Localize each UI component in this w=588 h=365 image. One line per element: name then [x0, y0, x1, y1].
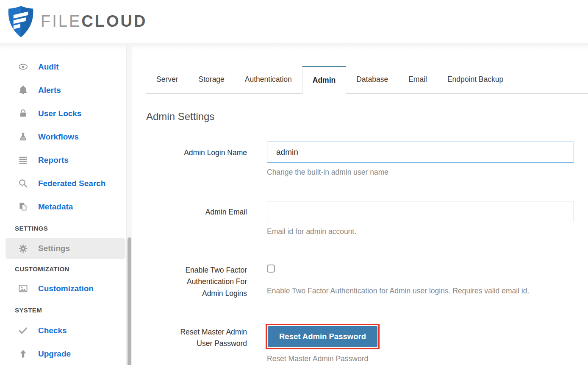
sidebar-item-user-locks[interactable]: User Locks — [0, 102, 136, 125]
sidebar-item-label: Upgrade — [38, 349, 71, 359]
admin-email-help: Email id for admin account. — [267, 226, 574, 237]
brand-file: FILE — [41, 12, 81, 30]
sidebar-item-audit[interactable]: Audit — [0, 55, 136, 78]
admin-login-label: Admin Login Name — [146, 142, 247, 178]
lock-icon — [18, 109, 28, 119]
sidebar-item-workflows[interactable]: Workflows — [0, 125, 136, 148]
sidebar-item-label: Federated Search — [38, 179, 105, 188]
sidebar-item-label: Audit — [38, 62, 59, 72]
tab-admin[interactable]: Admin — [302, 66, 346, 94]
sidebar-item-label: Checks — [38, 326, 67, 335]
gear-icon — [18, 243, 28, 254]
tab-endpoint-backup[interactable]: Endpoint Backup — [437, 66, 513, 93]
check-icon — [18, 326, 28, 336]
sidebar-scrollbar-track[interactable] — [126, 44, 132, 365]
admin-email-label: Admin Email — [146, 201, 247, 237]
image-icon — [18, 284, 28, 294]
main-content: Server Storage Authentication Admin Data… — [136, 50, 588, 365]
sidebar-item-label: Metadata — [38, 202, 73, 212]
header-shadow — [0, 43, 588, 50]
reset-password-help: Reset Master Admin Password — [267, 353, 574, 365]
two-factor-label: Enable Two Factor Authentication For Adm… — [146, 260, 247, 299]
settings-tabstrip: Server Storage Authentication Admin Data… — [146, 66, 588, 94]
sidebar: Audit Alerts User Locks Workflows Report — [0, 50, 136, 365]
sidebar-item-label: Alerts — [38, 86, 61, 95]
sidebar-item-metadata[interactable]: Metadata — [0, 195, 136, 218]
two-factor-help: Enable Two Factor Authentication for Adm… — [267, 285, 574, 297]
filecloud-logo-icon — [7, 5, 35, 39]
sidebar-item-label: User Locks — [38, 109, 81, 118]
eye-icon — [18, 62, 28, 72]
sidebar-item-label: Settings — [38, 244, 70, 253]
admin-email-input[interactable] — [267, 201, 574, 222]
sidebar-item-checks[interactable]: Checks — [0, 319, 136, 342]
admin-settings-form: Admin Login Name Change the built-in adm… — [146, 142, 574, 365]
sidebar-section-system: SYSTEM — [15, 305, 136, 315]
tab-database[interactable]: Database — [346, 66, 398, 93]
admin-login-help: Change the built-in admin user name — [267, 167, 574, 178]
search-icon — [18, 178, 28, 189]
tab-email[interactable]: Email — [398, 66, 437, 93]
sidebar-item-upgrade[interactable]: Upgrade — [0, 342, 136, 365]
sidebar-section-customization: CUSTOMIZATION — [15, 264, 136, 274]
flask-icon — [18, 132, 28, 142]
admin-login-input[interactable] — [267, 142, 574, 163]
sidebar-item-label: Customization — [38, 284, 94, 293]
reset-admin-password-button[interactable]: Reset Admin Password — [268, 326, 377, 347]
sidebar-scrollbar-thumb[interactable] — [128, 237, 131, 365]
reset-password-highlight: Reset Admin Password — [268, 326, 377, 347]
sidebar-item-settings[interactable]: Settings — [6, 238, 125, 259]
app-header: FILECLOUD — [0, 0, 588, 43]
arrow-up-icon — [18, 349, 28, 359]
two-factor-checkbox[interactable] — [267, 265, 275, 273]
page-title: Admin Settings — [146, 111, 588, 123]
sidebar-section-settings: SETTINGS — [15, 223, 136, 234]
sidebar-item-customization[interactable]: Customization — [0, 277, 136, 300]
brand-wordmark: FILECLOUD — [41, 12, 147, 31]
bell-icon — [18, 85, 28, 95]
admin-login-row: Admin Login Name Change the built-in adm… — [146, 142, 574, 178]
tab-authentication[interactable]: Authentication — [235, 66, 302, 93]
tab-storage[interactable]: Storage — [189, 66, 235, 93]
sidebar-item-reports[interactable]: Reports — [0, 148, 136, 172]
copy-icon — [18, 202, 28, 212]
reset-password-label: Reset Master Admin User Password — [146, 322, 247, 365]
two-factor-row: Enable Two Factor Authentication For Adm… — [146, 260, 574, 299]
tab-server[interactable]: Server — [146, 66, 189, 93]
sidebar-item-alerts[interactable]: Alerts — [0, 78, 136, 102]
sidebar-item-federated-search[interactable]: Federated Search — [0, 172, 136, 195]
brand-cloud: CLOUD — [81, 12, 147, 30]
list-icon — [18, 155, 28, 165]
admin-email-row: Admin Email Email id for admin account. — [146, 201, 574, 237]
reset-password-row: Reset Master Admin User Password Reset A… — [146, 322, 574, 365]
sidebar-item-label: Workflows — [38, 132, 79, 142]
sidebar-item-label: Reports — [38, 156, 69, 165]
